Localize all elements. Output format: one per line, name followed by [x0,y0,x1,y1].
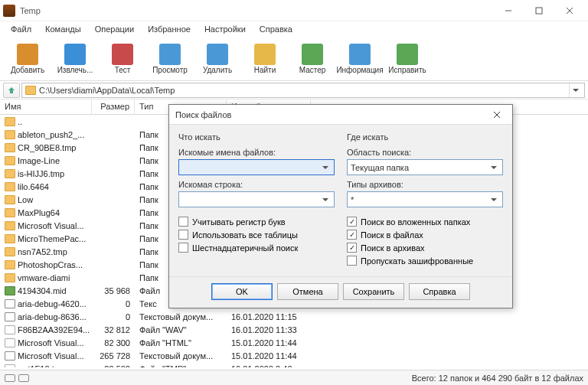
tool-информация[interactable]: Информация [338,44,381,74]
folder-icon [5,195,15,204]
tool-тест[interactable]: Тест [101,44,144,74]
file-name: lilo.6464 [18,182,49,191]
dialog-title: Поиск файлов [175,110,488,119]
tool-добавить[interactable]: Добавить [6,44,49,74]
status-text: Всего: 12 папок и 464 290 байт в 12 файл… [412,374,583,383]
file-name: wct1F12.tmp [18,364,66,368]
list-item[interactable]: Microsoft Visual...265 728Текстовый доку… [0,349,588,362]
statusbar: Всего: 12 папок и 464 290 байт в 12 файл… [0,370,588,385]
check-case-sensitive[interactable] [178,217,188,227]
file-modified: 15.01.2020 11:44 [227,351,311,361]
window-title: Temp [20,6,493,15]
file-name: .. [18,117,22,126]
tool-icon [17,44,38,65]
check-skip-encrypted[interactable] [347,256,357,266]
dialog-titlebar[interactable]: Поиск файлов [169,105,512,125]
txt-icon [5,351,15,361]
what-to-search-label: Что искать [178,132,335,142]
list-item[interactable]: F86B2AA392E94...32 812Файл "WAV"16.01.20… [0,323,588,336]
col-name[interactable]: Имя [0,100,92,114]
tool-извлечь[interactable]: Извлечь... [54,44,96,74]
file-name: aria-debug-8636... [18,312,87,321]
disk-icon [18,374,29,382]
file-modified: 15.01.2020 11:44 [227,338,311,347]
maximize-button[interactable] [524,2,554,19]
folder-icon [5,130,15,139]
addressbar: C:\Users\diami\AppData\Local\Temp [0,81,588,100]
folder-icon [5,260,15,269]
types-value: * [351,195,488,204]
path-text: C:\Users\diami\AppData\Local\Temp [39,86,569,95]
area-combo[interactable]: Текущая папка [347,159,503,175]
file-type: Файл "WAV" [135,325,227,334]
chevron-down-icon[interactable] [320,198,331,201]
check-tables-label: Использовать все таблицы [192,230,298,240]
menu-файл[interactable]: Файл [5,23,38,35]
path-box[interactable]: C:\Users\diami\AppData\Local\Temp [21,83,585,98]
close-button[interactable] [554,2,585,19]
file-name: Image-Line [18,156,60,165]
filenames-combo[interactable] [178,159,335,175]
app-icon [3,5,15,17]
chevron-down-icon[interactable] [320,166,331,169]
cancel-button[interactable]: Отмена [277,283,338,300]
tool-просмотр[interactable]: Просмотр [149,44,191,74]
help-button[interactable]: Справка [409,283,470,300]
check-files-label: Поиск в файлах [361,230,423,240]
menu-избранное[interactable]: Избранное [142,23,197,35]
path-dropdown-button[interactable] [569,83,581,97]
check-archives[interactable] [347,243,357,253]
chevron-down-icon[interactable] [488,198,499,201]
tool-мастер[interactable]: Мастер [291,44,334,74]
minimize-button[interactable] [493,2,524,19]
folder-icon [5,234,15,243]
file-type: Текстовый докум... [135,312,227,321]
tool-найти[interactable]: Найти [243,44,286,74]
file-name: is-HIJJ6.tmp [18,169,64,178]
list-item[interactable]: aria-debug-8636...0Текстовый докум...16.… [0,310,588,323]
list-item[interactable]: wct1F12.tmp22 502Файл "TMP"16.01.2020 2:… [0,362,588,367]
tool-icon [302,44,323,65]
file-type: Файл "HTML" [135,338,227,347]
menu-справка[interactable]: Справка [253,23,299,35]
check-subfolders-label: Поиск во вложенных папках [361,217,470,227]
file-size: 265 728 [92,351,135,361]
up-button[interactable] [3,83,20,98]
dialog-close-button[interactable] [488,107,506,122]
file-name: MaxPlug64 [18,208,60,217]
col-size[interactable]: Размер [92,100,135,114]
menu-команды[interactable]: Команды [39,23,87,35]
file-type: Файл "TMP" [135,364,227,368]
tool-icon [254,44,276,65]
tool-удалить[interactable]: Удалить [196,44,239,74]
chevron-down-icon[interactable] [488,166,499,169]
file-name: Microsoft Visual... [18,221,84,230]
tool-icon [64,44,86,65]
file-size: 82 300 [92,338,135,347]
string-combo[interactable] [178,191,335,207]
check-files[interactable] [347,230,357,240]
check-case-label: Учитывать регистр букв [192,217,286,227]
file-name: PhotoshopCras... [18,260,83,269]
ok-button[interactable]: OK [211,283,273,300]
file-modified: 16.01.2020 11:15 [227,312,311,321]
save-button[interactable]: Сохранить [343,283,404,300]
toolbar: ДобавитьИзвлечь...ТестПросмотрУдалитьНай… [0,37,588,81]
tool-label: Удалить [203,67,232,74]
check-hex[interactable] [178,243,188,253]
check-all-tables[interactable] [178,230,188,240]
tool-исправить[interactable]: Исправить [386,44,429,74]
search-dialog: Поиск файлов Что искать Искомые имена фа… [168,104,513,308]
check-subfolders[interactable] [347,217,357,227]
menu-настройки[interactable]: Настройки [198,23,252,35]
string-label: Искомая строка: [178,180,335,189]
tool-icon [159,44,181,65]
folder-icon [5,169,15,178]
menu-операции[interactable]: Операции [89,23,140,35]
file-size: 0 [92,299,135,308]
file-icon [5,325,15,334]
area-value: Текущая папка [351,163,488,172]
list-item[interactable]: Microsoft Visual...82 300Файл "HTML"15.0… [0,336,588,349]
file-icon [5,338,15,347]
types-combo[interactable]: * [347,191,503,207]
